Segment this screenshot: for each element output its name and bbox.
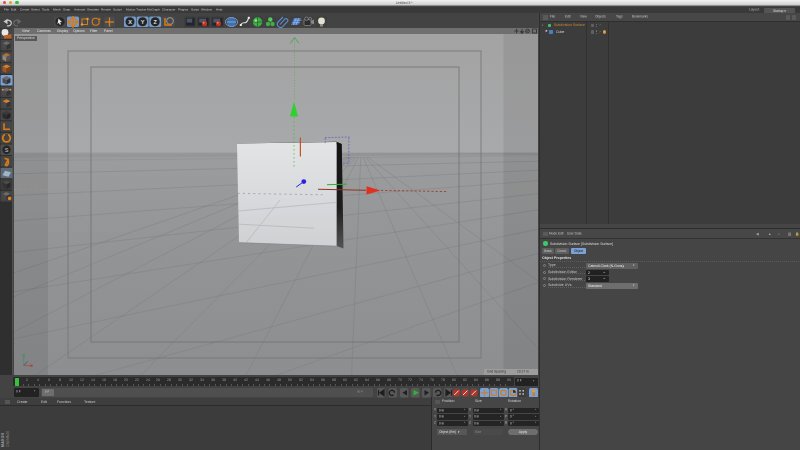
svg-text:Y: Y xyxy=(141,19,145,25)
svg-text:X: X xyxy=(128,19,132,25)
svg-text:Z: Z xyxy=(153,19,157,25)
svg-text:S: S xyxy=(5,147,9,153)
